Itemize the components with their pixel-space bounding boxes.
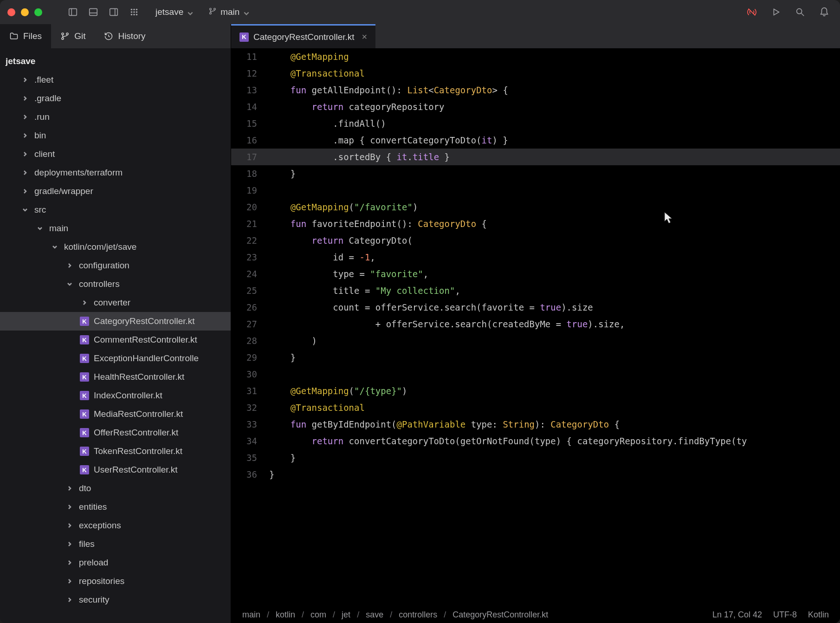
tree-folder[interactable]: configuration: [0, 256, 231, 275]
breadcrumb-segment[interactable]: kotlin: [276, 610, 295, 620]
code-editor[interactable]: 11 @GetMapping12 @Transactional13 fun ge…: [231, 48, 840, 606]
tree-item-label: IndexController.kt: [94, 390, 162, 401]
code-line[interactable]: ): [265, 332, 840, 349]
project-selector[interactable]: jetsave: [155, 7, 194, 17]
tree-file[interactable]: KMediaRestController.kt: [0, 405, 231, 423]
tree-root[interactable]: jetsave: [0, 52, 231, 71]
tree-folder[interactable]: gradle/wrapper: [0, 182, 231, 201]
code-line[interactable]: }: [265, 449, 840, 466]
code-line[interactable]: [265, 366, 840, 383]
git-branch-icon: [208, 7, 217, 18]
breadcrumb-segment[interactable]: main: [242, 610, 260, 620]
tree-folder[interactable]: files: [0, 535, 231, 553]
code-line[interactable]: fun getAllEndpoint(): List<CategoryDto> …: [265, 82, 840, 98]
kotlin-file-icon: K: [80, 465, 89, 474]
chevron-right-icon: [65, 261, 74, 270]
tree-folder[interactable]: security: [0, 591, 231, 609]
breadcrumb[interactable]: main/kotlin/com/jet/save/controllers/Cat…: [242, 610, 548, 620]
tree-folder[interactable]: bin: [0, 126, 231, 145]
window-close-button[interactable]: [7, 8, 15, 16]
breadcrumb-segment[interactable]: com: [310, 610, 326, 620]
encoding[interactable]: UTF-8: [773, 610, 797, 620]
window-maximize-button[interactable]: [34, 8, 42, 16]
breadcrumb-segment[interactable]: jet: [342, 610, 350, 620]
code-line[interactable]: [265, 182, 840, 199]
tree-file[interactable]: KIndexController.kt: [0, 386, 231, 405]
tree-folder[interactable]: controllers: [0, 275, 231, 293]
tree-item-label: .gradle: [34, 93, 61, 104]
code-line[interactable]: + offerService.search(createdByMe = true…: [265, 316, 840, 332]
tree-folder[interactable]: kotlin/com/jet/save: [0, 238, 231, 256]
sidebar-tab-git[interactable]: Git: [51, 24, 95, 48]
broadcast-off-icon[interactable]: [743, 4, 760, 20]
breadcrumb-segment[interactable]: save: [366, 610, 383, 620]
tree-folder[interactable]: client: [0, 145, 231, 163]
code-line[interactable]: return categoryRepository: [265, 98, 840, 115]
tree-folder[interactable]: dto: [0, 479, 231, 498]
code-line[interactable]: count = offerService.search(favorite = t…: [265, 299, 840, 316]
breadcrumb-segment[interactable]: controllers: [399, 610, 437, 620]
tree-folder[interactable]: preload: [0, 553, 231, 572]
language-mode[interactable]: Kotlin: [808, 610, 829, 620]
tree-folder[interactable]: main: [0, 219, 231, 238]
notifications-icon[interactable]: [816, 4, 833, 20]
tree-file[interactable]: KHealthRestController.kt: [0, 368, 231, 386]
code-line[interactable]: .sortedBy { it.title }: [265, 149, 840, 165]
tree-item-label: gradle/wrapper: [34, 186, 93, 196]
code-line[interactable]: }: [265, 466, 840, 483]
cursor-position[interactable]: Ln 17, Col 42: [712, 610, 762, 620]
chevron-down-icon: [187, 9, 194, 15]
tree-file[interactable]: KCommentRestController.kt: [0, 331, 231, 349]
tree-folder[interactable]: repositories: [0, 572, 231, 591]
tree-file[interactable]: KCategoryRestController.kt: [0, 312, 231, 331]
tree-folder[interactable]: .fleet: [0, 71, 231, 89]
run-icon[interactable]: [768, 4, 784, 20]
tree-item-label: deployments/terraform: [34, 168, 123, 178]
tree-folder[interactable]: entities: [0, 498, 231, 516]
tree-folder[interactable]: .gradle: [0, 89, 231, 108]
breadcrumb-segment[interactable]: CategoryRestController.kt: [452, 610, 548, 620]
code-line[interactable]: title = "My collection",: [265, 282, 840, 299]
sidebar-tab-files[interactable]: Files: [0, 24, 51, 48]
apps-grid-icon[interactable]: [126, 4, 142, 20]
tree-folder[interactable]: exceptions: [0, 516, 231, 535]
line-number: 32: [231, 399, 265, 416]
code-line[interactable]: @GetMapping("/{type}"): [265, 383, 840, 399]
panel-left-icon[interactable]: [65, 4, 81, 20]
tree-folder[interactable]: converter: [0, 293, 231, 312]
svg-point-7: [133, 9, 135, 11]
panel-bottom-icon[interactable]: [85, 4, 102, 20]
chevron-down-icon: [50, 242, 59, 252]
tree-file[interactable]: KOfferRestController.kt: [0, 423, 231, 442]
code-line[interactable]: @GetMapping: [265, 48, 840, 65]
code-line[interactable]: .findAll(): [265, 115, 840, 132]
branch-selector[interactable]: main: [208, 7, 250, 18]
tree-item-label: ExceptionHandlerControlle: [94, 353, 199, 363]
close-tab-button[interactable]: ×: [362, 32, 368, 42]
code-line[interactable]: @Transactional: [265, 399, 840, 416]
tab-label: Git: [74, 31, 85, 41]
code-line[interactable]: return CategoryDto(: [265, 232, 840, 249]
tree-file[interactable]: KUserRestController.kt: [0, 461, 231, 479]
tree-file[interactable]: KExceptionHandlerControlle: [0, 349, 231, 368]
tree-folder[interactable]: src: [0, 201, 231, 219]
tree-folder[interactable]: .run: [0, 108, 231, 126]
editor-tab[interactable]: K CategoryRestController.kt ×: [231, 24, 375, 48]
code-line[interactable]: fun getByIdEndpoint(@PathVariable type: …: [265, 416, 840, 433]
file-tree[interactable]: jetsave.fleet.gradle.runbinclientdeploym…: [0, 48, 231, 623]
sidebar-tab-history[interactable]: History: [95, 24, 155, 48]
code-line[interactable]: id = -1,: [265, 249, 840, 266]
code-line[interactable]: }: [265, 349, 840, 366]
tree-file[interactable]: KTokenRestController.kt: [0, 442, 231, 461]
panel-right-icon[interactable]: [105, 4, 122, 20]
code-line[interactable]: .map { convertCategoryToDto(it) }: [265, 132, 840, 149]
code-line[interactable]: return convertCategoryToDto(getOrNotFoun…: [265, 433, 840, 449]
code-line[interactable]: type = "favorite",: [265, 266, 840, 282]
code-line[interactable]: @GetMapping("/favorite"): [265, 199, 840, 215]
window-minimize-button[interactable]: [21, 8, 29, 16]
tree-folder[interactable]: deployments/terraform: [0, 163, 231, 182]
code-line[interactable]: }: [265, 165, 840, 182]
search-icon[interactable]: [792, 4, 808, 20]
code-line[interactable]: @Transactional: [265, 65, 840, 82]
code-line[interactable]: fun favoriteEndpoint(): CategoryDto {: [265, 215, 840, 232]
